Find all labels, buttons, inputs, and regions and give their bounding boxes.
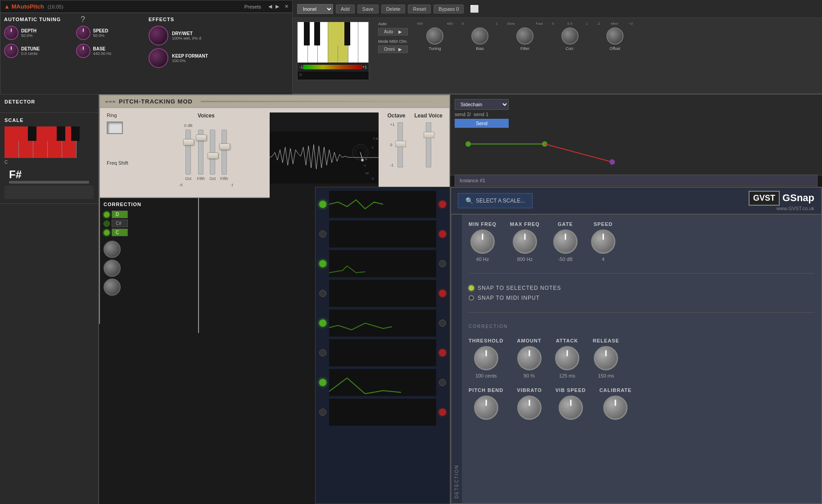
scale-bk-2[interactable] bbox=[28, 126, 36, 141]
nav-next[interactable]: ▶ bbox=[276, 4, 279, 9]
keep-formant-knob[interactable] bbox=[149, 48, 168, 68]
sidechain-select[interactable]: Sidechain bbox=[455, 99, 509, 110]
led-red-4 bbox=[439, 349, 446, 356]
snap-notes-option[interactable]: SNAP TO SELECTED NOTES bbox=[469, 285, 814, 291]
scale-bk-1[interactable] bbox=[14, 126, 22, 141]
snap-midi-option[interactable]: SNAP TO MIDI INPUT bbox=[469, 295, 814, 301]
lead-fader[interactable] bbox=[426, 122, 431, 167]
signal-bar-6 bbox=[329, 339, 436, 366]
select-scale-button[interactable]: 🔍 SELECT A SCALE... bbox=[458, 193, 533, 208]
filter-knob[interactable] bbox=[516, 27, 533, 45]
tuning-label: Tuning bbox=[429, 46, 441, 51]
fader-track-2[interactable] bbox=[198, 130, 203, 175]
base-knob[interactable] bbox=[76, 44, 90, 58]
fader-handle-1[interactable] bbox=[183, 139, 194, 145]
ring-button[interactable] bbox=[107, 122, 123, 134]
key-f-sharp[interactable] bbox=[334, 22, 340, 45]
mode-auto-btn[interactable]: Auto▶ bbox=[378, 28, 408, 36]
fader-handle-4[interactable] bbox=[219, 144, 230, 150]
dry-wet-knob[interactable] bbox=[149, 26, 168, 45]
reset-button[interactable]: Reset bbox=[408, 4, 431, 14]
oct-neg: -1 bbox=[390, 163, 394, 167]
add-button[interactable]: Add bbox=[336, 4, 355, 14]
speed-knob[interactable] bbox=[591, 230, 615, 254]
corr-knob-1[interactable] bbox=[104, 241, 121, 258]
note-row-c: C bbox=[104, 229, 194, 236]
scale-key-1[interactable] bbox=[5, 126, 19, 158]
corr-knob-3[interactable] bbox=[104, 279, 121, 296]
vib-speed-knob[interactable] bbox=[559, 396, 583, 420]
octave-handle[interactable] bbox=[395, 141, 406, 147]
key-g-sharp[interactable] bbox=[344, 22, 350, 45]
led-off-6 bbox=[439, 379, 446, 386]
min-freq-knob[interactable] bbox=[470, 230, 495, 254]
preset-select[interactable]: Inonel bbox=[297, 4, 333, 14]
close-button[interactable]: ✕ bbox=[285, 4, 289, 9]
bypass-button[interactable]: Bypass 0 bbox=[434, 4, 464, 14]
max-freq-knob[interactable] bbox=[513, 230, 537, 254]
octave-fader[interactable] bbox=[397, 122, 403, 167]
led-off-1 bbox=[319, 230, 326, 238]
snap-midi-radio[interactable] bbox=[469, 295, 474, 301]
presets-button[interactable]: Presets bbox=[244, 4, 261, 9]
key-b[interactable] bbox=[358, 22, 369, 63]
snap-notes-radio[interactable] bbox=[469, 285, 474, 291]
note-btn-d[interactable]: D bbox=[112, 211, 128, 218]
tuning-knob[interactable] bbox=[426, 27, 443, 45]
detune-knob[interactable] bbox=[4, 44, 18, 58]
amount-value: 90 % bbox=[524, 373, 535, 378]
marker-ii: -II bbox=[179, 183, 183, 187]
fader-track-1[interactable] bbox=[185, 130, 191, 175]
key-d-sharp[interactable] bbox=[314, 22, 320, 45]
pitch-bend-knob[interactable] bbox=[474, 396, 498, 420]
key-f[interactable] bbox=[328, 22, 339, 63]
signal-bar-4 bbox=[329, 280, 436, 307]
bias-knob[interactable] bbox=[471, 27, 488, 45]
key-c-sharp[interactable] bbox=[304, 22, 310, 45]
lead-handle[interactable] bbox=[424, 132, 434, 138]
mid-row-7 bbox=[319, 369, 446, 396]
nav-prev[interactable]: ◀ bbox=[268, 4, 272, 9]
vibrato-knob[interactable] bbox=[517, 396, 542, 420]
offset-knob[interactable] bbox=[606, 27, 623, 45]
svg-point-16 bbox=[610, 159, 615, 165]
mautopitch-time: (16:05) bbox=[48, 4, 63, 9]
calibrate-knob[interactable] bbox=[603, 396, 628, 420]
corr-knob-2[interactable] bbox=[104, 260, 121, 277]
amount-knob[interactable] bbox=[517, 346, 542, 370]
release-knob[interactable] bbox=[594, 346, 618, 370]
key-c[interactable] bbox=[298, 22, 308, 63]
svg-text:B: B bbox=[366, 158, 367, 161]
fader-track-4[interactable] bbox=[221, 130, 227, 175]
vibrato-group: VIBRATO bbox=[517, 387, 542, 420]
fader-fifth-2: Fifth bbox=[220, 176, 228, 181]
note-input[interactable] bbox=[5, 185, 94, 199]
scale-bk-4[interactable] bbox=[57, 126, 65, 141]
delete-button[interactable]: Delete bbox=[381, 4, 406, 14]
note-btn-c[interactable]: C bbox=[112, 229, 128, 236]
fader-track-3[interactable] bbox=[210, 130, 215, 175]
vibrato-label: VIBRATO bbox=[517, 387, 542, 393]
scale-bk-3[interactable] bbox=[42, 126, 51, 141]
gate-knob[interactable] bbox=[553, 230, 578, 254]
depth-knob[interactable] bbox=[4, 26, 18, 40]
threshold-knob[interactable] bbox=[474, 346, 498, 370]
scale-bk-5[interactable] bbox=[71, 126, 80, 141]
corr-knob[interactable] bbox=[561, 27, 578, 45]
base-control: BASE 440.00 Hz bbox=[76, 44, 145, 58]
speed-label: SPEED bbox=[594, 221, 613, 227]
send-button[interactable]: Send bbox=[455, 119, 509, 128]
f-sharp-note: F# bbox=[5, 168, 94, 181]
attack-knob[interactable] bbox=[555, 346, 579, 370]
note-btn-cs[interactable]: C# bbox=[112, 220, 128, 227]
fader-handle-2[interactable] bbox=[196, 135, 207, 141]
midi-chn-btn[interactable]: Omni▶ bbox=[378, 45, 408, 53]
mautopitch-titlebar: ▲ MAutoPitch (16:05) Presets ◀ ▶ ✕ bbox=[0, 0, 292, 13]
fader-handle-3[interactable] bbox=[208, 153, 218, 159]
speed-knob[interactable] bbox=[76, 26, 90, 40]
release-value: 150 ms bbox=[598, 373, 614, 378]
expand-icon[interactable]: ⬜ bbox=[470, 4, 479, 13]
send1-label: send 1 bbox=[474, 112, 488, 117]
help-icon[interactable]: ? bbox=[81, 15, 85, 24]
save-button[interactable]: Save bbox=[357, 4, 379, 14]
